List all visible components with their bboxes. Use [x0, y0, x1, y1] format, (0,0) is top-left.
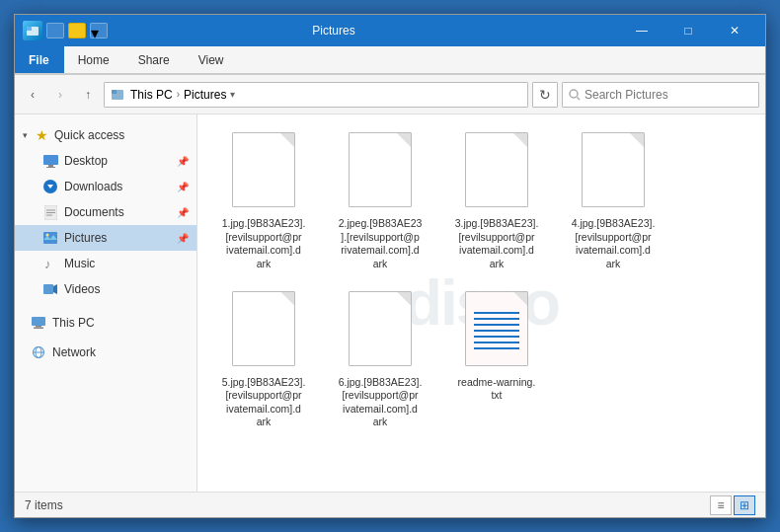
network-icon [31, 344, 46, 360]
file-icon-2 [345, 132, 416, 213]
svg-rect-22 [36, 326, 41, 328]
svg-rect-1 [27, 27, 32, 31]
file-icon-5 [228, 291, 299, 372]
up-btn[interactable]: ↑ [76, 83, 100, 107]
network-label: Network [52, 345, 96, 359]
file-icon-3 [461, 132, 532, 213]
file-area: disco 1.jpg.[9B83AE23].[revilsupport@pri… [197, 114, 765, 492]
back-btn[interactable]: ‹ [21, 83, 44, 107]
this-pc-icon [31, 315, 46, 331]
svg-rect-19 [43, 284, 53, 294]
tab-share[interactable]: Share [124, 46, 185, 73]
path-display: This PC › Pictures ▾ [111, 88, 237, 102]
view-controls: ≡ ⊞ [710, 495, 755, 515]
downloads-label: Downloads [64, 180, 122, 193]
file-name-6: 6.jpg.[9B83AE23].[revilsupport@privatema… [339, 376, 423, 430]
chevron-icon: ▾ [23, 130, 28, 140]
file-page-6 [349, 291, 412, 366]
svg-text:♪: ♪ [44, 257, 51, 270]
item-count: 7 items [25, 498, 63, 512]
status-bar: 7 items ≡ ⊞ [15, 492, 765, 517]
file-page-4 [582, 132, 645, 207]
music-label: Music [64, 257, 95, 270]
title-bar: ▾ Pictures — □ ✕ [15, 15, 765, 46]
search-box[interactable] [562, 82, 759, 108]
svg-rect-8 [46, 167, 55, 168]
svg-rect-21 [32, 317, 45, 326]
tab-view[interactable]: View [185, 46, 239, 73]
pictures-icon [42, 230, 58, 246]
file-item-4[interactable]: 4.jpg.[9B83AE23].[revilsupport@privatema… [559, 126, 667, 277]
ribbon: File Home Share View [15, 46, 765, 75]
videos-label: Videos [64, 282, 100, 296]
list-view-btn[interactable]: ≡ [710, 495, 732, 515]
sidebar-item-downloads[interactable]: Downloads 📌 [15, 174, 196, 199]
sidebar-item-pictures[interactable]: Pictures 📌 [15, 225, 196, 251]
maximize-btn[interactable]: □ [665, 15, 711, 46]
address-bar-area: ‹ › ↑ This PC › Pictures ▾ ↻ [15, 75, 765, 114]
desktop-icon [42, 153, 58, 169]
refresh-btn[interactable]: ↻ [532, 82, 558, 108]
minimize-btn[interactable]: — [619, 15, 664, 46]
file-name-1: 1.jpg.[9B83AE23].[revilsupport@privatema… [222, 217, 306, 271]
pictures-label: Pictures [64, 231, 107, 245]
path-pictures: Pictures [184, 88, 226, 102]
grid-view-btn[interactable]: ⊞ [734, 495, 755, 515]
sidebar-item-quick-access[interactable]: ▾ ★ Quick access [15, 122, 196, 148]
file-item-2[interactable]: 2.jpeg.[9B83AE23].[revilsupport@privatem… [326, 126, 434, 277]
sidebar-item-this-pc[interactable]: This PC [15, 310, 196, 336]
pin-icon-downloads: 📌 [177, 182, 189, 192]
file-item-5[interactable]: 5.jpg.[9B83AE23].[revilsupport@privatema… [209, 285, 318, 436]
pin-icon-pictures: 📌 [177, 233, 189, 244]
file-name-7: readme-warning.txt [458, 376, 536, 403]
file-page-7 [465, 291, 528, 366]
pin-icon-documents: 📌 [177, 207, 189, 218]
svg-point-4 [570, 90, 578, 98]
svg-point-17 [46, 234, 49, 237]
window-controls: — □ ✕ [619, 15, 757, 46]
file-item-6[interactable]: 6.jpg.[9B83AE23].[revilsupport@privatema… [326, 285, 434, 436]
sidebar-item-desktop[interactable]: Desktop 📌 [15, 148, 196, 174]
file-page-2 [349, 132, 412, 207]
sidebar-item-videos[interactable]: Videos [15, 276, 196, 302]
app-icon [23, 21, 42, 40]
file-name-4: 4.jpg.[9B83AE23].[revilsupport@privatema… [572, 217, 656, 271]
pin-icon-desktop: 📌 [177, 156, 189, 167]
svg-rect-23 [34, 328, 43, 330]
videos-icon [42, 281, 58, 297]
this-pc-label: This PC [52, 316, 95, 330]
sidebar-item-documents[interactable]: Documents 📌 [15, 199, 196, 225]
sidebar: ▾ ★ Quick access Desktop 📌 Downloads 📌 [15, 114, 197, 492]
file-name-3: 3.jpg.[9B83AE23].[revilsupport@privatema… [455, 217, 539, 271]
main-area: ▾ ★ Quick access Desktop 📌 Downloads 📌 [15, 114, 765, 492]
tab-file[interactable]: File [15, 46, 64, 73]
explorer-window: ▾ Pictures — □ ✕ File Home Share View ‹ … [14, 14, 766, 518]
close-btn[interactable]: ✕ [712, 15, 757, 46]
ribbon-tabs: File Home Share View [15, 46, 765, 74]
svg-line-5 [578, 97, 581, 100]
file-page-1 [232, 132, 295, 207]
sidebar-item-music[interactable]: ♪ Music [15, 251, 196, 276]
address-box[interactable]: This PC › Pictures ▾ [104, 82, 528, 108]
sidebar-item-network[interactable]: Network [15, 340, 196, 365]
file-page-3 [465, 132, 528, 207]
path-this-pc: This PC [130, 88, 173, 102]
file-item-1[interactable]: 1.jpg.[9B83AE23].[revilsupport@privatema… [209, 126, 318, 277]
search-input[interactable] [585, 88, 752, 102]
file-item-7[interactable]: readme-warning.txt [442, 285, 551, 436]
file-icon-4 [578, 132, 649, 213]
file-icon-6 [345, 291, 416, 372]
file-page-5 [232, 291, 295, 366]
music-icon: ♪ [42, 256, 58, 271]
desktop-label: Desktop [64, 154, 108, 168]
file-icon-1 [228, 132, 299, 213]
file-item-3[interactable]: 3.jpg.[9B83AE23].[revilsupport@privatema… [442, 126, 551, 277]
tab-home[interactable]: Home [64, 46, 124, 73]
documents-icon [42, 204, 58, 220]
file-name-2: 2.jpeg.[9B83AE23].[revilsupport@privatem… [339, 217, 423, 271]
svg-rect-6 [43, 155, 58, 165]
forward-btn[interactable]: › [48, 83, 72, 107]
search-icon [569, 89, 581, 101]
svg-rect-3 [112, 90, 117, 94]
file-name-5: 5.jpg.[9B83AE23].[revilsupport@privatema… [222, 376, 306, 430]
